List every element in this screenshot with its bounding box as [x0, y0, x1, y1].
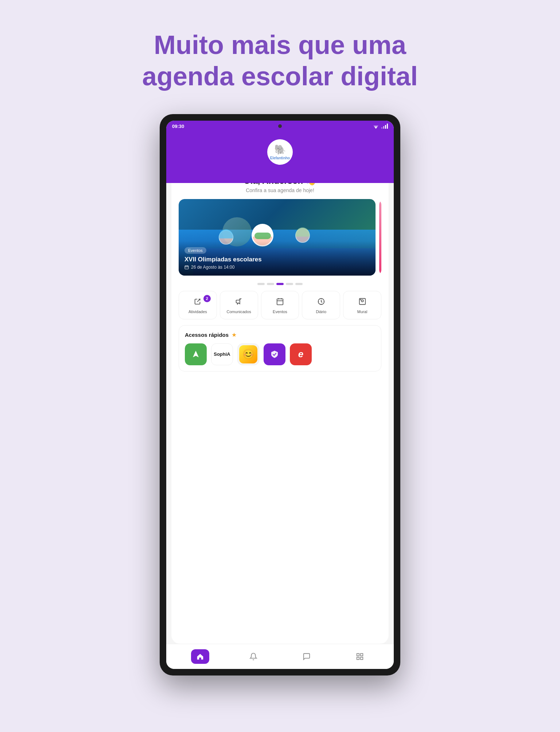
menu-item-atividades[interactable]: 2 Atividades	[179, 291, 217, 319]
app-content: 🐘 Elefantinho Olá, Anderson 👋 Confira a …	[166, 132, 394, 644]
main-card: Olá, Anderson 👋 Confira a sua agenda de …	[171, 168, 389, 644]
bell-icon	[249, 653, 257, 661]
app-icons-row: SophiA 😊	[185, 343, 375, 365]
school-logo: 🐘 Elefantinho	[267, 139, 293, 165]
menu-item-diario[interactable]: Diário	[302, 291, 340, 319]
e-label: e	[298, 349, 303, 360]
diario-label: Diário	[316, 309, 326, 314]
dot-5	[295, 283, 303, 285]
shield-logo	[270, 350, 279, 359]
nav-notifications[interactable]	[244, 649, 262, 664]
svg-marker-2	[375, 128, 377, 129]
grid-icon	[356, 653, 364, 661]
quick-access-header: Acessos rápidos ★	[185, 331, 375, 338]
carousel-dots	[179, 283, 381, 285]
event-title: XVII Olimpíadas escolares	[184, 256, 370, 263]
event-card-partial[interactable]	[379, 199, 381, 276]
calendar-icon	[184, 265, 189, 269]
status-icons	[373, 124, 388, 129]
svg-rect-6	[387, 124, 388, 129]
mural-icon	[357, 296, 368, 307]
arco-logo	[191, 349, 201, 359]
svg-rect-19	[357, 654, 359, 656]
svg-rect-4	[383, 126, 384, 129]
message-icon	[303, 653, 311, 661]
camera	[278, 124, 282, 128]
wifi-icon	[373, 124, 379, 129]
svg-rect-7	[185, 266, 188, 269]
tablet-device: 09:30	[160, 114, 400, 675]
nav-home[interactable]	[191, 649, 209, 664]
app-header: 🐘 Elefantinho	[166, 132, 394, 183]
mural-label: Mural	[357, 309, 368, 314]
app-sophia[interactable]: SophiA	[211, 343, 233, 365]
svg-rect-11	[277, 299, 283, 305]
event-overlay: Eventos XVII Olimpíadas escolares	[179, 241, 376, 276]
school-name: Elefantinho	[270, 156, 290, 160]
star-icon: ★	[232, 331, 237, 338]
svg-point-18	[360, 299, 361, 300]
comunicados-label: Comunicados	[227, 309, 251, 314]
home-icon	[196, 653, 204, 661]
svg-rect-22	[361, 657, 363, 659]
svg-rect-3	[381, 127, 382, 129]
tablet-screen: 09:30	[166, 121, 394, 669]
quick-access-section: Acessos rápidos ★ SophiA	[179, 325, 381, 371]
menu-item-mural[interactable]: Mural	[343, 291, 381, 319]
atividades-icon	[192, 296, 203, 307]
dot-2	[267, 283, 274, 285]
atividades-label: Atividades	[188, 309, 207, 314]
svg-point-16	[361, 300, 363, 302]
greeting-subtitle: Confira a sua agenda de hoje!	[179, 187, 381, 193]
menu-item-comunicados[interactable]: Comunicados	[220, 291, 258, 319]
svg-rect-21	[357, 657, 359, 659]
status-time: 09:30	[172, 124, 184, 129]
diario-icon	[316, 296, 326, 307]
events-carousel[interactable]: Eventos XVII Olimpíadas escolares	[179, 199, 381, 276]
quick-access-title: Acessos rápidos	[185, 332, 229, 338]
app-avatar[interactable]: 😊	[237, 343, 259, 365]
svg-rect-5	[385, 125, 386, 129]
dot-4	[286, 283, 293, 285]
event-date: 26 de Agosto às 14:00	[184, 265, 370, 270]
quick-menu: 2 Atividades	[179, 291, 381, 319]
dot-3	[276, 283, 284, 285]
eventos-label: Eventos	[273, 309, 287, 314]
event-card-main[interactable]: Eventos XVII Olimpíadas escolares	[179, 199, 376, 276]
nav-grid[interactable]	[351, 649, 369, 664]
app-shield[interactable]	[264, 343, 285, 365]
eventos-icon	[275, 296, 285, 307]
svg-rect-20	[361, 654, 363, 656]
event-tag: Eventos	[184, 247, 206, 254]
dot-1	[257, 283, 265, 285]
comunicados-icon	[234, 296, 244, 307]
bottom-nav	[166, 644, 394, 669]
menu-item-eventos[interactable]: Eventos	[261, 291, 299, 319]
sophia-label: SophiA	[214, 351, 230, 357]
badge-atividades: 2	[203, 295, 211, 302]
nav-messages[interactable]	[298, 649, 316, 664]
page-title: Muito mais que uma agenda escolar digita…	[116, 29, 444, 92]
signal-icon	[381, 124, 388, 129]
app-arco[interactable]	[185, 343, 207, 365]
app-e[interactable]: e	[290, 343, 312, 365]
